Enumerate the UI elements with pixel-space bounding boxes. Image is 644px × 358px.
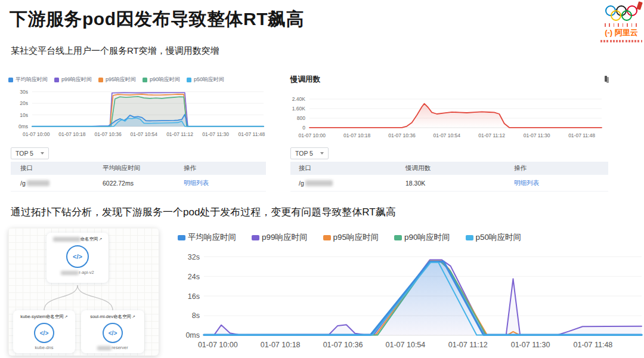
namespace-redacted <box>53 237 80 242</box>
node-title: kube-system命名空间↗ <box>15 314 73 320</box>
slow-calls-top-table: 接口 慢调用数 操作 /g 18.30K 明细列表 <box>290 162 608 192</box>
topology-node-root[interactable]: 命名空间↗ </> r-api-v2 <box>47 233 109 283</box>
legend-marker <box>54 78 59 82</box>
legend-label: p50响应时间 <box>194 76 224 84</box>
service-code-icon: </> <box>66 245 89 268</box>
svg-text:01-07 11:12: 01-07 11:12 <box>448 341 488 349</box>
svg-text:20s: 20s <box>20 100 28 106</box>
svg-text:01-07 11:12: 01-07 11:12 <box>478 132 505 138</box>
legend-label: 平均响应时间 <box>16 76 48 84</box>
legend-item-p95[interactable]: p95响应时间 <box>98 76 136 84</box>
namespace-label: kube-system命名空间 <box>20 314 64 319</box>
svg-text:01-07 11:30: 01-07 11:30 <box>524 132 550 138</box>
legend-marker <box>252 235 259 240</box>
action-cell: 明细列表 <box>514 179 603 187</box>
detail-list-link[interactable]: 明细列表 <box>514 179 539 187</box>
interface-cell: /g <box>290 180 404 187</box>
svg-text:24s: 24s <box>188 273 200 281</box>
legend-marker <box>323 235 331 240</box>
top-n-select-right[interactable]: TOP 5 <box>290 147 329 159</box>
rt-overview-chart[interactable]: 0ms10s20s30s01-07 10:0001-07 10:1801-07 … <box>8 85 266 140</box>
service-name-redacted <box>61 271 79 275</box>
service-code-icon: </> <box>103 323 123 343</box>
chevron-down-icon <box>41 152 44 155</box>
svg-text:01-07 10:18: 01-07 10:18 <box>343 132 371 138</box>
svg-text:01-07 11:48: 01-07 11:48 <box>239 131 265 137</box>
legend-marker <box>98 78 103 82</box>
section-heading: 通过拓扑下钻分析，发现下游服务一个pod处于发布过程，变更有问题导致整体RT飙高 <box>11 205 396 219</box>
legend-item-p50[interactable]: p50响应时间 <box>187 76 224 84</box>
node-sublabel: reserver <box>83 345 143 350</box>
slow-calls-chart[interactable]: 08001.60K2.40K01-07 10:0001-07 10:1801-0… <box>289 92 606 140</box>
topology-node-soul-mi-dev[interactable]: soul-mi-dev命名空间↗ </> reserver <box>81 310 144 353</box>
ring-yellow <box>611 10 621 21</box>
rt-top-table: 接口 平均响应时间 操作 /g 6022.72ms 明细列表 <box>11 162 266 192</box>
col-action: 操作 <box>184 164 255 172</box>
rt-detail-chart[interactable]: 0ms8s16s24s32s01-07 10:0001-07 10:1801-0… <box>173 247 644 358</box>
namespace-label: soul-mi-dev命名空间 <box>90 314 131 319</box>
external-link-icon[interactable]: ↗ <box>64 314 68 319</box>
svg-text:32s: 32s <box>188 253 200 261</box>
svg-text:01-07 11:48: 01-07 11:48 <box>568 132 595 138</box>
legend-label: p95响应时间 <box>106 76 136 84</box>
alibaba-cloud-wordmark: (-) 阿里云 <box>595 27 644 38</box>
topology-node-kube-system[interactable]: kube-system命名空间↗ </> kube-dns <box>13 310 75 353</box>
svg-text:01-07 10:36: 01-07 10:36 <box>323 341 363 349</box>
service-code-icon: </> <box>34 323 54 343</box>
svg-text:0ms: 0ms <box>185 331 200 340</box>
logo-tagline-smallprint <box>600 40 642 42</box>
col-action: 操作 <box>514 164 603 172</box>
table-header-row: 接口 平均响应时间 操作 <box>11 162 266 175</box>
legend-item-p90[interactable]: p90响应时间 <box>143 76 180 84</box>
legend-marker <box>394 235 402 240</box>
legend-item-p50[interactable]: p50响应时间 <box>466 232 522 243</box>
service-name-redacted <box>97 346 112 350</box>
service-name-suffix: reserver <box>112 345 128 350</box>
select-value: TOP 5 <box>16 150 33 157</box>
action-cell: 明细列表 <box>184 179 255 187</box>
svg-text:0: 0 <box>302 125 305 131</box>
svg-text:01-07 11:30: 01-07 11:30 <box>511 341 550 349</box>
legend-label: p95响应时间 <box>333 232 379 243</box>
svg-text:01-07 11:48: 01-07 11:48 <box>574 341 613 349</box>
svg-text:800: 800 <box>297 115 305 121</box>
legend-item-p95[interactable]: p95响应时间 <box>323 232 379 243</box>
node-title: 命名空间↗ <box>48 236 107 242</box>
namespace-suffix: 命名空间 <box>80 236 98 242</box>
interface-cell: /g <box>11 180 100 187</box>
svg-text:01-07 10:00: 01-07 10:00 <box>23 131 50 137</box>
avg-rt-cell: 6022.72ms <box>100 180 184 187</box>
legend-marker <box>8 78 13 82</box>
svg-text:1.60K: 1.60K <box>292 106 306 112</box>
detail-list-link[interactable]: 明细列表 <box>184 179 209 187</box>
table-header-row: 接口 慢调用数 操作 <box>290 162 608 175</box>
legend-marker <box>143 78 147 82</box>
legend-item-avg[interactable]: 平均响应时间 <box>178 232 236 243</box>
col-avg-rt: 平均响应时间 <box>100 164 184 172</box>
legend-label: p99响应时间 <box>61 76 92 84</box>
table-row: /g 6022.72ms 明细列表 <box>11 175 266 192</box>
panel-corner-icon <box>605 76 607 82</box>
svg-text:01-07 11:30: 01-07 11:30 <box>202 131 229 137</box>
legend-label: p99响应时间 <box>262 232 308 243</box>
legend-label: p50响应时间 <box>476 232 522 243</box>
external-link-icon[interactable]: ↗ <box>132 314 135 319</box>
page-subtitle: 某社交平台线上用户一个服务RT突增，慢调用数突增 <box>11 45 219 57</box>
top-n-select-left[interactable]: TOP 5 <box>11 147 49 159</box>
legend-item-avg[interactable]: 平均响应时间 <box>8 76 48 84</box>
svg-text:01-07 10:18: 01-07 10:18 <box>58 131 86 137</box>
legend-item-p99[interactable]: p99响应时间 <box>54 76 92 84</box>
topology-panel[interactable]: 命名空间↗ </> r-api-v2 kube-system命名空间↗ </> … <box>8 228 159 356</box>
alibaba-cloud-olympic-logo: (-) 阿里云 <box>595 5 644 42</box>
svg-text:16s: 16s <box>188 292 200 301</box>
legend-item-p90[interactable]: p90响应时间 <box>394 232 450 243</box>
col-interface: 接口 <box>11 164 100 172</box>
external-link-icon[interactable]: ↗ <box>99 237 103 241</box>
legend-marker <box>178 235 185 240</box>
legend-item-p99[interactable]: p99响应时间 <box>252 232 308 243</box>
col-slow-calls: 慢调用数 <box>404 164 514 172</box>
select-value: TOP 5 <box>295 150 313 157</box>
svg-text:10s: 10s <box>20 112 28 118</box>
table-row: /g 18.30K 明细列表 <box>290 175 608 192</box>
svg-text:01-07 10:54: 01-07 10:54 <box>131 131 158 137</box>
